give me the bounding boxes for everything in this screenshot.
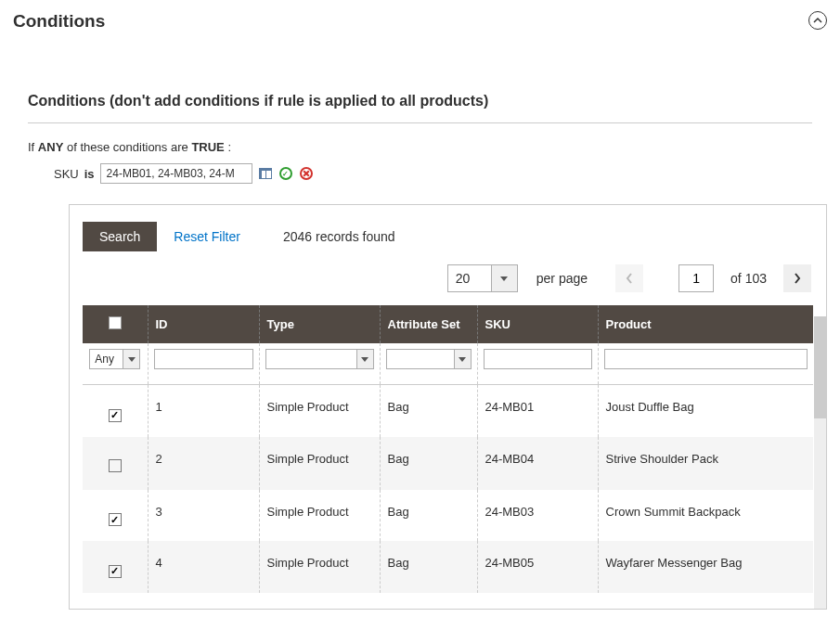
col-header-product[interactable]: Product xyxy=(598,305,813,343)
row-checkbox[interactable] xyxy=(109,459,122,472)
chevron-up-icon xyxy=(813,16,822,25)
row-checkbox[interactable] xyxy=(109,565,122,578)
table-row[interactable]: 2Simple ProductBag24-MB04Strive Shoulder… xyxy=(83,437,813,490)
cell-type: Simple Product xyxy=(259,437,380,490)
cell-id: 3 xyxy=(148,490,259,542)
per-page-value[interactable]: 20 xyxy=(447,264,492,292)
conditions-subtitle: Conditions (don't add conditions if rule… xyxy=(28,93,812,123)
cond-rest: of these conditions are xyxy=(67,140,188,154)
caret-down-icon xyxy=(500,276,508,281)
apply-icon[interactable]: ✓ xyxy=(278,166,293,181)
table-row[interactable]: 1Simple ProductBag24-MB01Joust Duffle Ba… xyxy=(83,385,813,437)
cell-type: Simple Product xyxy=(259,385,380,437)
col-header-type[interactable]: Type xyxy=(259,305,380,343)
chevron-left-icon xyxy=(625,272,634,285)
col-header-checkbox[interactable] xyxy=(83,305,148,343)
chevron-right-icon xyxy=(793,272,802,285)
per-page-label: per page xyxy=(536,271,588,286)
filter-checkbox-select[interactable]: Any xyxy=(89,349,140,369)
cond-any[interactable]: ANY xyxy=(38,140,63,154)
page-number-input[interactable] xyxy=(678,264,714,292)
table-row[interactable]: 4Simple ProductBag24-MB05Wayfarer Messen… xyxy=(83,541,813,593)
rule-attribute[interactable]: SKU xyxy=(54,167,79,181)
condition-rule: SKU is ✓ xyxy=(54,163,812,184)
cond-colon: : xyxy=(227,140,231,154)
cell-product: Strive Shoulder Pack xyxy=(598,437,813,490)
rule-operator[interactable]: is xyxy=(84,167,95,181)
section-title: Conditions xyxy=(13,11,827,32)
prev-page-button[interactable] xyxy=(615,264,643,292)
page-of-label: of 103 xyxy=(730,271,767,286)
search-button[interactable]: Search xyxy=(83,222,157,251)
per-page-dropdown[interactable] xyxy=(492,264,518,292)
cell-sku: 24-MB05 xyxy=(477,541,598,593)
cell-id: 4 xyxy=(148,541,259,593)
filter-sku-input[interactable] xyxy=(484,349,592,369)
reset-filter-link[interactable]: Reset Filter xyxy=(174,229,240,244)
cell-id: 2 xyxy=(148,437,259,490)
row-checkbox[interactable] xyxy=(109,409,122,422)
cell-type: Simple Product xyxy=(259,541,380,593)
cell-attribute-set: Bag xyxy=(380,385,477,437)
cell-attribute-set: Bag xyxy=(380,541,477,593)
cell-sku: 24-MB01 xyxy=(477,385,598,437)
collapse-toggle[interactable] xyxy=(808,11,827,30)
filter-attrset-select[interactable] xyxy=(386,349,472,369)
records-found: 2046 records found xyxy=(283,229,395,244)
col-header-attribute-set[interactable]: Attribute Set xyxy=(380,305,477,343)
cell-product: Crown Summit Backpack xyxy=(598,490,813,542)
product-grid-panel: Search Reset Filter 2046 records found 2… xyxy=(69,204,827,610)
filter-type-select[interactable] xyxy=(265,349,374,369)
cell-sku: 24-MB04 xyxy=(477,437,598,490)
table-row[interactable]: 3Simple ProductBag24-MB03Crown Summit Ba… xyxy=(83,490,813,542)
filter-id-input[interactable] xyxy=(154,349,253,369)
row-checkbox[interactable] xyxy=(109,513,122,526)
scrollbar[interactable] xyxy=(814,316,827,609)
cell-attribute-set: Bag xyxy=(380,490,477,542)
rule-value-input[interactable] xyxy=(100,163,252,184)
remove-icon[interactable] xyxy=(299,166,314,181)
col-header-sku[interactable]: SKU xyxy=(477,305,598,343)
cond-if: If xyxy=(28,140,34,154)
filter-product-input[interactable] xyxy=(604,349,808,369)
condition-summary: If ANY of these conditions are TRUE : xyxy=(28,140,812,154)
cell-product: Wayfarer Messenger Bag xyxy=(598,541,813,593)
cell-product: Joust Duffle Bag xyxy=(598,385,813,437)
cond-true[interactable]: TRUE xyxy=(191,140,224,154)
cell-sku: 24-MB03 xyxy=(477,490,598,542)
chooser-icon[interactable] xyxy=(258,166,273,181)
product-grid: ID Type Attribute Set SKU Product Any xyxy=(83,305,813,593)
cell-attribute-set: Bag xyxy=(380,437,477,490)
col-header-id[interactable]: ID xyxy=(148,305,259,343)
cell-type: Simple Product xyxy=(259,490,380,542)
next-page-button[interactable] xyxy=(783,264,811,292)
cell-id: 1 xyxy=(148,385,259,437)
